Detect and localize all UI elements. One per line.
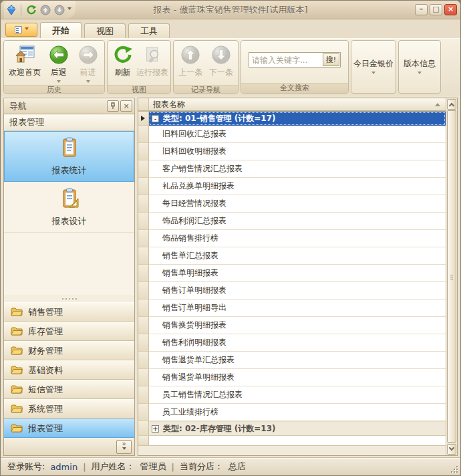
folder-icon — [11, 384, 23, 394]
status-separator: | — [83, 462, 86, 472]
clipboard-design-icon — [58, 187, 81, 212]
scroll-up-arrow-icon[interactable] — [447, 99, 456, 110]
report-row[interactable]: 销售退货单明细报表 — [138, 369, 446, 386]
section-label: 报表管理 — [28, 423, 63, 435]
login-account-value: admin — [50, 462, 78, 472]
gold-price-chevron-icon — [371, 72, 375, 76]
report-row[interactable]: 旧料回收汇总报表 — [138, 126, 446, 143]
gold-price-button[interactable]: 今日金银价 — [351, 41, 396, 93]
report-name: 销售订单明细报表 — [149, 282, 446, 300]
report-row[interactable]: 销售利润明细报表 — [138, 334, 446, 352]
navigation-panel-header: 导航 × — [3, 98, 135, 114]
scrollbar-thumb[interactable] — [447, 110, 456, 443]
sidebar-section-inventory[interactable]: 库存管理 — [4, 322, 134, 341]
group-history: 欢迎首页 后退 前进 历史 — [3, 40, 105, 94]
sidebar-splitter-handle[interactable] — [4, 295, 134, 302]
up-circle-icon — [179, 43, 202, 66]
vertical-scrollbar[interactable] — [446, 98, 457, 455]
report-row[interactable]: 员工销售情况汇总报表 — [138, 386, 446, 404]
sidebar-section-basic-data[interactable]: 基础资料 — [4, 360, 134, 380]
grid-column-header-row: 报表名称 — [138, 98, 446, 112]
report-name: 销售利润明细报表 — [149, 334, 446, 352]
sidebar-overflow-button[interactable]: » — [116, 440, 132, 454]
application-menu-button[interactable] — [5, 23, 37, 37]
search-input[interactable] — [250, 55, 323, 65]
report-row[interactable]: 销售订单明细报表 — [138, 282, 446, 300]
report-row[interactable]: 销售退货单汇总报表 — [138, 352, 446, 369]
report-row[interactable]: 每日经营情况报表 — [138, 195, 446, 213]
report-name: 销售单明细报表 — [149, 265, 446, 282]
folder-icon — [11, 365, 23, 375]
sidebar-item-report-design[interactable]: 报表设计 — [4, 182, 134, 233]
nav-close-button[interactable]: × — [120, 100, 132, 112]
tab-view[interactable]: 视图 — [84, 23, 126, 38]
column-header-report-name[interactable]: 报表名称 — [149, 98, 446, 111]
report-row[interactable]: 饰品利润汇总报表 — [138, 213, 446, 230]
report-row[interactable]: 员工业绩排行榜 — [138, 404, 446, 421]
report-row[interactable]: 旧料回收明细报表 — [138, 143, 446, 160]
sidebar-section-sales[interactable]: 销售管理 — [4, 302, 134, 322]
home-page-icon — [13, 43, 36, 66]
report-row[interactable]: 客户销售情况汇总报表 — [138, 160, 446, 178]
sidebar-overflow-bar: » — [4, 438, 134, 455]
maximize-button[interactable]: □ — [430, 4, 442, 15]
section-label: 财务管理 — [28, 345, 63, 357]
report-row[interactable]: 饰品销售排行榜 — [138, 230, 446, 247]
section-label: 短信管理 — [28, 384, 63, 396]
tab-start[interactable]: 开始 — [40, 22, 82, 38]
version-info-button[interactable]: 版本信息 — [399, 41, 440, 93]
refresh-quick-icon[interactable] — [25, 4, 37, 15]
sidebar-section-finance[interactable]: 财务管理 — [4, 341, 134, 360]
forward-button[interactable]: 前进 — [73, 42, 102, 85]
scroll-down-arrow-icon[interactable] — [447, 444, 456, 455]
navigation-sidebar: 导航 × 报表管理 报表统计 — [3, 98, 135, 456]
qat-dropdown-chevron-icon[interactable] — [67, 7, 71, 12]
run-report-magnifier-icon — [141, 43, 164, 66]
branch-label: 当前分店： — [180, 461, 223, 473]
refresh-icon — [112, 43, 134, 66]
sidebar-section-reports[interactable]: 报表管理 — [4, 419, 134, 438]
sidebar-section-system[interactable]: 系统管理 — [4, 399, 134, 419]
folder-icon — [11, 346, 23, 356]
back-dropdown-chevron-icon[interactable] — [57, 80, 61, 85]
search-go-button[interactable]: 搜! — [323, 53, 339, 66]
down-circle-quick-icon[interactable] — [53, 4, 65, 15]
group-record-nav: 上一条 下一条 记录导航 — [173, 40, 239, 94]
group-gold-price: 今日金银价 — [351, 40, 396, 94]
report-row[interactable]: 销售换货明细报表 — [138, 317, 446, 334]
group-row-sales[interactable]: - 类型: 01-销售管理 (计数=17) — [138, 112, 446, 126]
tab-tools[interactable]: 工具 — [128, 23, 170, 38]
minimize-button[interactable]: – — [415, 4, 428, 15]
report-row[interactable]: 礼品兑换单明细报表 — [138, 178, 446, 195]
resize-grip[interactable] — [450, 465, 458, 473]
sidebar-item-report-statistics[interactable]: 报表统计 — [4, 131, 134, 182]
clipboard-stats-icon — [58, 136, 81, 161]
up-circle-quick-icon[interactable] — [39, 4, 51, 15]
pin-button[interactable] — [107, 100, 119, 112]
report-grid-panel: 报表名称 - 类型: 01-销售管理 (计数=17) 旧料回收汇总报表 旧料回收… — [138, 98, 458, 456]
report-row[interactable]: 销售单汇总报表 — [138, 247, 446, 265]
collapse-box-icon[interactable]: - — [152, 115, 159, 122]
group-row-inventory[interactable]: + 类型: 02-库存管理 (计数=13) — [138, 421, 446, 436]
refresh-button[interactable]: 刷新 — [110, 42, 136, 85]
report-name: 员工销售情况汇总报表 — [149, 386, 446, 404]
group-caption-view: 视图 — [108, 85, 170, 94]
ribbon-toolbar: 欢迎首页 后退 前进 历史 — [1, 38, 460, 96]
sidebar-section-sms[interactable]: 短信管理 — [4, 380, 134, 399]
close-button[interactable]: × — [444, 4, 457, 15]
navigation-panel: 报表管理 报表统计 报表设计 销售管理 — [3, 114, 135, 456]
group-row-label: 类型: 01-销售管理 (计数=17) — [163, 113, 276, 124]
report-row[interactable]: 销售单明细报表 — [138, 265, 446, 282]
run-report-button[interactable]: 运行报表 — [136, 42, 168, 85]
report-row[interactable]: 销售订单明细导出 — [138, 300, 446, 317]
report-name: 饰品利润汇总报表 — [149, 213, 446, 230]
back-button[interactable]: 后退 — [44, 42, 73, 85]
back-arrow-icon — [47, 43, 70, 66]
welcome-home-button[interactable]: 欢迎首页 — [6, 42, 43, 85]
next-record-button[interactable]: 下一条 — [206, 42, 237, 85]
grid-empty-area — [138, 436, 446, 445]
navigation-title: 导航 — [9, 100, 27, 112]
section-label: 基础资料 — [28, 364, 63, 376]
expand-box-icon[interactable]: + — [152, 425, 159, 433]
prev-record-button[interactable]: 上一条 — [176, 42, 206, 85]
